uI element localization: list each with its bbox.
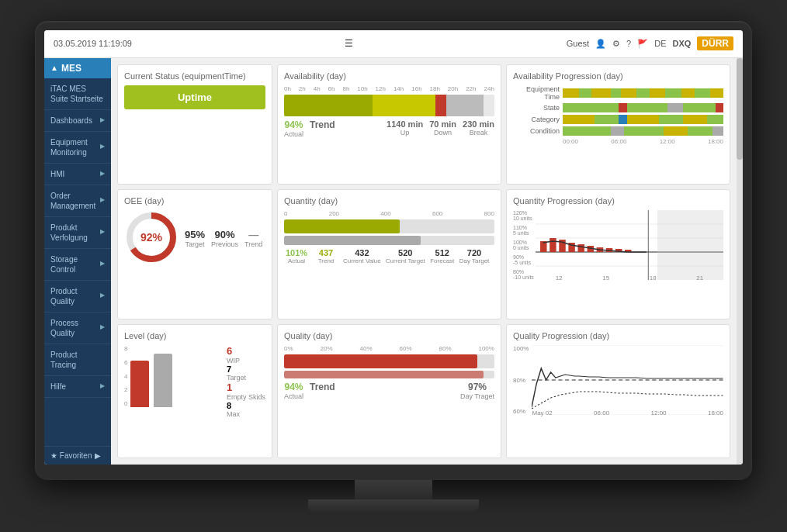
qty-y-axis: 120%10 units 110%5 units 100%0 units 90%…: [513, 210, 536, 280]
sidebar-item-equipment[interactable]: Equipment Monitoring ▶: [44, 132, 111, 164]
qty-x-labels: 12151821: [536, 275, 723, 282]
level-empty: 1 Empty Skids: [227, 382, 265, 401]
level-bar-target: [154, 345, 172, 407]
chevron-right-icon: ▶: [100, 143, 105, 150]
qty-chart-area: 12151821: [536, 210, 723, 280]
header-icon-filter: ☰: [345, 38, 353, 49]
sidebar-favorites[interactable]: ★ Favoriten ▶: [44, 446, 111, 465]
svg-rect-8: [550, 238, 556, 252]
current-status-card: Current Status (equipmentTime) Uptime: [117, 64, 272, 185]
sidebar-item-order[interactable]: Order Management ▶: [44, 185, 111, 217]
gear-icon[interactable]: ⚙: [612, 39, 620, 49]
chevron-right-icon: ▶: [100, 170, 105, 178]
sidebar-item-product-quality[interactable]: Product Quality ▶: [44, 281, 111, 313]
level-bars: [130, 345, 222, 407]
flag-icon[interactable]: 🚩: [637, 39, 648, 49]
chevron-right-icon: ▶: [95, 451, 101, 460]
sidebar: ▲ MES iTAC MES Suite Startseite Dashboar…: [44, 58, 111, 465]
sidebar-item-dashboards[interactable]: Dashboards ▶: [44, 110, 111, 132]
datetime: 03.05.2019 11:19:09: [54, 39, 132, 48]
quality-stats: 94% Actual Trend 97% Day Traget: [284, 382, 494, 400]
gantt-state: State: [513, 103, 723, 112]
quantity-axis: 0200400600800: [284, 210, 494, 217]
chevron-right-icon: ▶: [100, 228, 105, 236]
availability-title: Availability (day): [284, 71, 494, 81]
sidebar-item-hmi[interactable]: HMI ▶: [44, 164, 111, 185]
svg-rect-11: [577, 244, 584, 252]
level-wip: 6 WIP: [227, 345, 265, 364]
header: 03.05.2019 11:19:09 ☰ Guest 👤 ⚙ ? 🚩 DE D…: [44, 30, 743, 58]
scrollbar-thumb[interactable]: [737, 58, 743, 160]
sidebar-item-produkt[interactable]: Produkt Verfolgung ▶: [44, 217, 111, 249]
oee-donut: 92%: [124, 210, 179, 264]
sidebar-item-itac[interactable]: iTAC MES Suite Startseite: [44, 78, 111, 110]
sidebar-item-product-tracing[interactable]: Product Tracing: [44, 344, 111, 376]
help-icon[interactable]: ?: [626, 39, 631, 48]
sidebar-item-hilfe[interactable]: Hilfe ▶: [44, 376, 111, 398]
chevron-right-icon: ▶: [100, 292, 105, 299]
qual-y-axis: 100% 80% 60%: [513, 345, 532, 415]
level-card: Level (day) 86420: [117, 324, 272, 458]
qual-chart-area: May 0206:0012:0018:00: [532, 345, 723, 415]
quality-card: Quality (day) 0%20%40%60%80%100%: [277, 324, 501, 458]
level-max: 8 Max: [227, 401, 265, 418]
oee-card: OEE (day) 92%: [117, 189, 272, 320]
qual-progression-title: Quality Progression (day): [513, 331, 723, 340]
sidebar-item-storage[interactable]: Storage Control ▶: [44, 249, 111, 281]
quality-bar-wrapper: [284, 354, 494, 378]
oee-stats: 95% Target 90% Previous —: [185, 226, 262, 248]
user-label: Guest: [567, 39, 589, 48]
quantity-stats: 101% Actual 437 Trend 432 Current Value: [284, 248, 494, 264]
monitor-foot: [308, 499, 479, 512]
chevron-right-icon: ▶: [100, 196, 105, 204]
quantity-card: Quantity (day) 0200400600800: [277, 189, 501, 320]
sidebar-item-process-quality[interactable]: Process Quality ▶: [44, 313, 111, 344]
quantity-title: Quantity (day): [284, 196, 494, 206]
level-legend: 6 WIP 7 Target 1 Empty Skids: [227, 345, 265, 418]
uptime-button[interactable]: Uptime: [124, 85, 265, 109]
header-right: Guest 👤 ⚙ ? 🚩 DE DXQ DÜRR: [567, 36, 733, 50]
level-title: Level (day): [124, 331, 265, 340]
sidebar-title: MES: [61, 63, 81, 74]
user-icon: 👤: [595, 39, 606, 49]
oee-value: 92%: [140, 231, 162, 244]
durr-logo: DÜRR: [697, 36, 733, 50]
qty-progression-chart: 120%10 units 110%5 units 100%0 units 90%…: [513, 210, 723, 280]
availability-bar: [284, 95, 494, 116]
content-area: Current Status (equipmentTime) Uptime Av…: [111, 58, 737, 465]
dxq-label: DXQ: [672, 39, 691, 48]
qual-progression-card: Quality Progression (day) 100% 80% 60%: [506, 324, 730, 458]
current-status-title: Current Status (equipmentTime): [124, 71, 265, 81]
gantt-time-labels: 00:0006:0012:0018:00: [513, 138, 723, 145]
level-bar-wip: [130, 345, 149, 407]
availability-card: Availability (day) 0h2h4h6h8h10h12h14h16…: [277, 64, 501, 185]
quantity-bar-wrapper: [284, 219, 494, 245]
quality-title: Quality (day): [284, 331, 494, 340]
oee-title: OEE (day): [124, 196, 265, 206]
chevron-right-icon: ▶: [100, 260, 105, 268]
level-chart: 86420: [124, 345, 265, 418]
chevron-right-icon: ▶: [100, 382, 105, 390]
availability-axis: 0h2h4h6h8h10h12h14h16h18h20h22h24h: [284, 85, 494, 92]
gantt-category: Category: [513, 115, 723, 124]
sidebar-header[interactable]: ▲ MES: [44, 58, 111, 78]
avail-progression-title: Availability Progression (day): [513, 71, 723, 81]
qty-progression-card: Quantity Progression (day) 120%10 units …: [506, 189, 730, 320]
monitor-neck: [355, 480, 432, 499]
gantt-equipment-time: Equipment Time: [513, 85, 723, 101]
qty-progression-title: Quantity Progression (day): [513, 196, 723, 206]
availability-stats: 94% Actual Trend 1140 min Up: [284, 119, 494, 138]
level-y-axis: 86420: [124, 345, 127, 407]
qual-x-labels: May 0206:0012:0018:00: [532, 409, 723, 416]
oee-content: 92% 95% Target 90%: [124, 210, 265, 264]
chevron-right-icon: ▶: [100, 323, 105, 331]
gantt-condition: Condition: [513, 126, 723, 136]
avail-progression-card: Availability Progression (day) Equipment…: [506, 64, 730, 185]
chevron-right-icon: ▶: [100, 116, 105, 124]
quality-axis: 0%20%40%60%80%100%: [284, 345, 494, 352]
lang-label: DE: [654, 39, 666, 48]
qual-progression-chart: 100% 80% 60%: [513, 345, 723, 415]
scrollbar[interactable]: [737, 58, 743, 465]
level-target: 7 Target: [227, 364, 265, 382]
